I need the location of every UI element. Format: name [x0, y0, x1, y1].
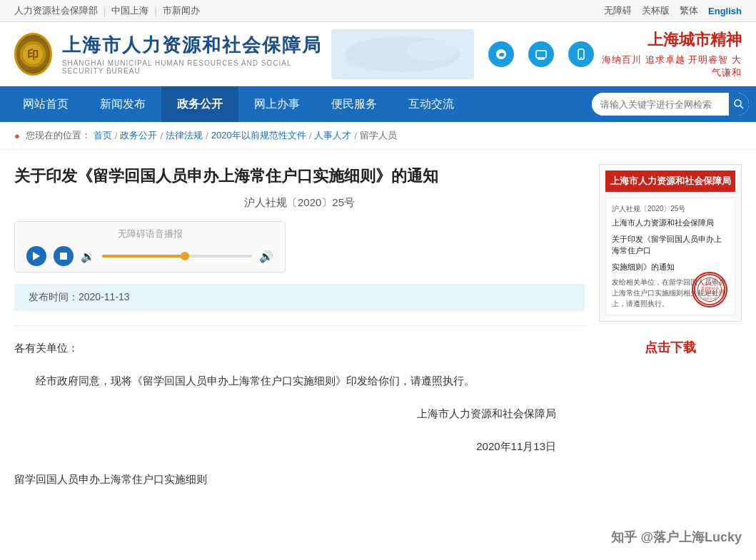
date-bar: 发布时间：2020-11-13 [14, 284, 585, 311]
body-annex: 留学回国人员申办上海常住户口实施细则 [14, 469, 585, 490]
header-social [488, 41, 594, 67]
tv-icon[interactable] [528, 41, 554, 67]
sidebar-doc-title3: 实施细则》的通知 [612, 261, 729, 273]
sep1: | [104, 6, 106, 16]
svg-point-5 [346, 45, 403, 71]
accessibility-btn[interactable]: 无障碍 [604, 4, 632, 17]
audio-play-btn[interactable] [26, 246, 46, 266]
audio-progress-fill [102, 255, 185, 258]
english-btn[interactable]: English [708, 6, 742, 16]
nav: 网站首页 新闻发布 政务公开 网上办事 便民服务 互动交流 [0, 86, 756, 122]
header: 印 上海市人力资源和社会保障局 SHANGHAI MUNICIPAL HUMAN… [0, 22, 756, 86]
breadcrumb-sep3: / [206, 131, 208, 141]
header-title-cn: 上海市人力资源和社会保障局 [62, 33, 331, 58]
breadcrumb-current: 留学人员 [360, 129, 397, 142]
cup-btn[interactable]: 关杯版 [642, 4, 670, 17]
header-title: 上海市人力资源和社会保障局 SHANGHAI MUNICIPAL HUMAN R… [62, 33, 331, 75]
header-left: 印 上海市人力资源和社会保障局 SHANGHAI MUNICIPAL HUMAN… [14, 33, 331, 76]
logo-icon: 印 [14, 33, 52, 76]
audio-player: 无障碍语音播报 🔉 🔊 [14, 221, 286, 273]
vol-high-icon: 🔊 [259, 250, 273, 263]
breadcrumb-sep2: / [160, 131, 163, 141]
breadcrumb-gov[interactable]: 政务公开 [120, 129, 157, 142]
nav-search [592, 93, 749, 116]
header-center [331, 29, 594, 79]
nav-home[interactable]: 网站首页 [7, 86, 84, 122]
city-spirit-title: 上海城市精神 [594, 29, 742, 51]
traditional-btn[interactable]: 繁体 [680, 4, 698, 17]
header-right: 上海城市精神 海纳百川 追求卓越 开明睿智 大气谦和 [594, 29, 742, 79]
topbar-news[interactable]: 市新闻办 [163, 4, 200, 17]
vol-low-icon: 🔉 [81, 250, 95, 263]
top-bar: 人力资源社会保障部 | 中国上海 | 市新闻办 无障碍 关杯版 繁体 Engli… [0, 0, 756, 22]
svg-point-13 [735, 100, 741, 106]
article-title: 关于印发《留学回国人员申办上海常住户口实施细则》的通知 [14, 164, 585, 188]
audio-label: 无障碍语音播报 [26, 228, 273, 240]
article-content: 关于印发《留学回国人员申办上海常住户口实施细则》的通知 沪人社规〔2020〕25… [14, 164, 585, 502]
topbar-shanghai[interactable]: 中国上海 [111, 4, 148, 17]
audio-controls: 🔉 🔊 [26, 246, 273, 266]
svg-rect-16 [60, 253, 67, 260]
search-input[interactable] [592, 93, 729, 116]
weibo-icon[interactable] [488, 41, 514, 67]
breadcrumb-docs[interactable]: 2020年以前规范性文件 [211, 129, 306, 142]
breadcrumb-sep4: / [309, 131, 312, 141]
svg-point-12 [580, 57, 582, 58]
top-bar-left: 人力资源社会保障部 | 中国上海 | 市新闻办 [14, 4, 200, 17]
breadcrumb-location-label: 您现在的位置： [26, 129, 91, 142]
breadcrumb-sep5: / [354, 131, 357, 141]
svg-text:2020.11.13: 2020.11.13 [703, 297, 716, 300]
city-spirit-sub: 海纳百川 追求卓越 开明睿智 大气谦和 [594, 54, 742, 79]
divider1 [14, 325, 585, 326]
header-decoration [331, 29, 474, 79]
download-btn[interactable]: 点击下载 [599, 333, 742, 362]
sidebar-doc-number: 沪人社规〔2020〕25号 [612, 204, 729, 214]
body-para1: 经市政府同意，现将《留学回国人员申办上海常住户口实施细则》印发给你们，请遵照执行… [14, 370, 585, 392]
phone-icon[interactable] [568, 41, 594, 67]
svg-rect-7 [536, 51, 546, 58]
top-bar-right: 无障碍 关杯版 繁体 English [604, 4, 742, 17]
nav-service[interactable]: 便民服务 [316, 86, 393, 122]
sidebar-doc-header: 上海市人力资源和社会保障局 [605, 170, 735, 192]
header-title-en: SHANGHAI MUNICIPAL HUMAN RESOURCES AND S… [62, 59, 331, 75]
audio-progress-handle [181, 252, 189, 260]
svg-line-14 [740, 106, 743, 108]
sidebar-doc: 上海市人力资源和社会保障局 沪人社规〔2020〕25号 上海市人力资源和社会保障… [599, 164, 742, 322]
breadcrumb-personnel[interactable]: 人事人才 [314, 129, 351, 142]
article-subtitle: 沪人社规〔2020〕25号 [14, 196, 585, 210]
body-org: 上海市人力资源和社会保障局 [14, 403, 585, 424]
search-button[interactable] [729, 93, 749, 116]
audio-stop-btn[interactable] [54, 246, 74, 266]
location-icon: ● [14, 131, 20, 141]
sidebar-doc-stamp: 上海市人力 资源和社会 保障局 2020.11.13 [692, 272, 727, 307]
body-greeting: 各有关单位： [14, 337, 585, 359]
sidebar-doc-title1: 上海市人力资源和社会保障局 [612, 217, 729, 229]
sidebar: 上海市人力资源和社会保障局 沪人社规〔2020〕25号 上海市人力资源和社会保障… [599, 164, 742, 502]
sidebar-doc-title2: 关于印发《留学回国人员申办上海常住户口 [612, 233, 729, 257]
svg-text:资源和社会: 资源和社会 [701, 286, 719, 290]
svg-text:保障局: 保障局 [705, 290, 715, 295]
nav-online[interactable]: 网上办事 [238, 86, 316, 122]
breadcrumb-sep1: / [115, 131, 118, 141]
svg-text:上海市人力: 上海市人力 [701, 282, 719, 286]
body-date: 2020年11月13日 [14, 436, 585, 457]
svg-text:印: 印 [27, 49, 39, 61]
nav-news[interactable]: 新闻发布 [84, 86, 161, 122]
main: 关于印发《留学回国人员申办上海常住户口实施细则》的通知 沪人社规〔2020〕25… [0, 150, 756, 516]
breadcrumb-law[interactable]: 法律法规 [166, 129, 203, 142]
svg-marker-15 [33, 252, 40, 260]
audio-progress[interactable] [102, 255, 252, 258]
article-body: 各有关单位： 经市政府同意，现将《留学回国人员申办上海常住户口实施细则》印发给你… [14, 337, 585, 490]
svg-point-6 [406, 40, 456, 61]
sidebar-doc-content: 沪人社规〔2020〕25号 上海市人力资源和社会保障局 关于印发《留学回国人员申… [605, 198, 735, 315]
nav-interact[interactable]: 互动交流 [393, 86, 470, 122]
topbar-ministry[interactable]: 人力资源社会保障部 [14, 4, 98, 17]
nav-gov[interactable]: 政务公开 [161, 86, 238, 122]
sep2: | [154, 6, 156, 16]
breadcrumb: ● 您现在的位置： 首页 / 政务公开 / 法律法规 / 2020年以前规范性文… [0, 122, 756, 150]
breadcrumb-home[interactable]: 首页 [94, 129, 112, 142]
